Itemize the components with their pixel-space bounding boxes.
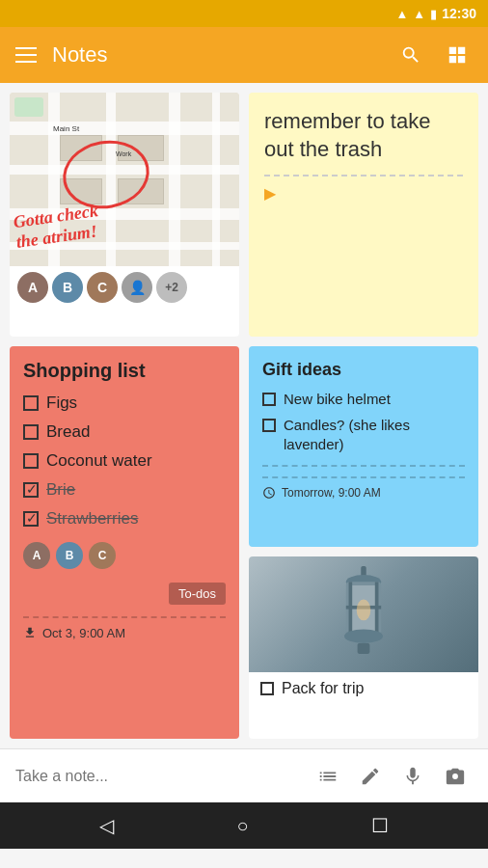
checkbox-bread[interactable]: [23, 424, 39, 440]
svg-point-8: [357, 600, 371, 621]
clock-icon: [262, 486, 276, 500]
gift-reminder-text: Tomorrow, 9:00 AM: [282, 486, 381, 500]
yellow-note-card[interactable]: remember to take out the trash ▶: [249, 93, 478, 337]
avatar: A: [17, 272, 48, 303]
pencil-icon[interactable]: [353, 759, 388, 794]
search-button[interactable]: [395, 40, 426, 70]
gift-checkbox-candles[interactable]: [262, 419, 276, 432]
avatar-plus: +2: [156, 272, 187, 303]
lantern-list-item: Pack for trip: [249, 672, 478, 705]
item-text-strawberries: Strawberries: [46, 509, 138, 529]
shopping-date-text: Oct 3, 9:00 AM: [42, 626, 125, 640]
lantern-image: [249, 556, 478, 672]
download-icon: [23, 626, 37, 639]
gift-list-item: Candles? (she likes lavender): [262, 416, 465, 453]
gift-note-card[interactable]: Gift ideas New bike helmet Candles? (she…: [249, 346, 478, 547]
battery-icon: ▮: [430, 7, 437, 21]
list-item: Brie: [23, 480, 226, 500]
grid-button[interactable]: [442, 40, 473, 70]
microphone-icon[interactable]: [395, 759, 430, 794]
signal-icon: ▲: [413, 7, 425, 21]
map-note-card[interactable]: Main St Work Gotta checkthe atrium! A B …: [10, 93, 239, 337]
lantern-svg: [330, 566, 397, 663]
wifi-icon: ▲: [395, 7, 408, 21]
app-title: Notes: [52, 42, 380, 68]
svg-rect-5: [375, 582, 379, 636]
map-note-avatars: A B C 👤 +2: [10, 266, 239, 309]
svg-rect-9: [358, 643, 370, 654]
status-icons: ▲ ▲ ▮ 12:30: [395, 6, 476, 21]
list-item: Bread: [23, 422, 226, 442]
back-button[interactable]: ◁: [99, 814, 114, 837]
avatar: C: [87, 272, 118, 303]
checkbox-coconut[interactable]: [23, 453, 39, 469]
avatar: B: [52, 272, 83, 303]
status-time: 12:30: [442, 6, 476, 21]
list-icon[interactable]: [311, 759, 345, 794]
item-text-bread: Bread: [46, 422, 90, 442]
divider: [262, 465, 465, 467]
list-item: Strawberries: [23, 509, 226, 529]
todos-badge: To-dos: [169, 583, 226, 605]
shopping-date: Oct 3, 9:00 AM: [23, 616, 226, 640]
avatar: B: [56, 542, 83, 569]
checkbox-figs[interactable]: [23, 395, 39, 411]
gift-reminder: Tomorrow, 9:00 AM: [262, 476, 465, 500]
home-button[interactable]: ○: [236, 815, 248, 837]
divider: [264, 175, 463, 176]
notes-grid: Main St Work Gotta checkthe atrium! A B …: [0, 83, 488, 748]
shopping-title: Shopping list: [23, 360, 226, 382]
avatar: C: [89, 542, 116, 569]
bottom-bar: [0, 748, 488, 802]
lantern-note-card[interactable]: Pack for trip: [249, 556, 478, 739]
item-text-brie: Brie: [46, 480, 75, 500]
gift-text-helmet: New bike helmet: [284, 390, 391, 409]
menu-button[interactable]: [15, 47, 37, 63]
item-text-coconut: Coconut water: [46, 451, 152, 471]
recents-button[interactable]: ☐: [371, 814, 389, 837]
navigation-bar: ◁ ○ ☐: [0, 802, 488, 849]
avatar: 👤: [122, 272, 152, 303]
gift-title: Gift ideas: [262, 360, 465, 380]
status-bar: ▲ ▲ ▮ 12:30: [0, 0, 488, 27]
yellow-note-text: remember to take out the trash: [264, 108, 463, 163]
svg-point-7: [344, 630, 383, 644]
checkbox-strawberries[interactable]: [23, 511, 39, 527]
header: Notes: [0, 27, 488, 83]
list-item: Coconut water: [23, 451, 226, 471]
avatar: A: [23, 542, 50, 569]
gift-list-item: New bike helmet: [262, 390, 465, 409]
svg-rect-4: [349, 582, 353, 636]
list-item: Figs: [23, 393, 226, 413]
lantern-item-text: Pack for trip: [282, 680, 364, 697]
play-icon[interactable]: ▶: [264, 185, 276, 202]
take-note-input[interactable]: [15, 768, 303, 785]
camera-icon[interactable]: [438, 759, 473, 794]
map-image: Main St Work Gotta checkthe atrium!: [10, 93, 239, 266]
shopping-note-card[interactable]: Shopping list Figs Bread Coconut water B…: [10, 346, 239, 739]
gift-text-candles: Candles? (she likes lavender): [284, 416, 465, 453]
shopping-footer: To-dos: [23, 583, 226, 605]
shopping-note-avatars: A B C: [23, 542, 226, 569]
gift-checkbox-helmet[interactable]: [262, 393, 276, 406]
lantern-checkbox[interactable]: [260, 682, 274, 695]
checkbox-brie[interactable]: [23, 482, 39, 498]
item-text-figs: Figs: [46, 393, 77, 413]
